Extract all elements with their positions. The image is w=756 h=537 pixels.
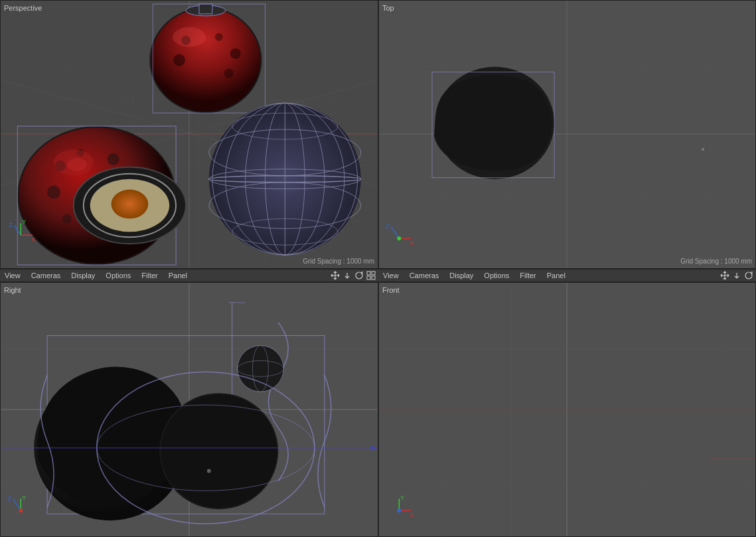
svg-text:Z: Z — [7, 495, 11, 502]
svg-rect-38 — [199, 4, 212, 14]
viewport-front[interactable]: Front — [378, 282, 756, 537]
svg-text:Z: Z — [386, 223, 390, 230]
toolbar-right-cameras[interactable]: Cameras — [408, 270, 441, 281]
toolbar-right-filter[interactable]: Filter — [518, 270, 538, 281]
svg-point-44 — [112, 190, 149, 219]
arrow-down-icon[interactable] — [342, 271, 352, 280]
svg-point-33 — [215, 33, 223, 41]
svg-point-36 — [224, 68, 234, 78]
svg-text:Y: Y — [22, 495, 26, 501]
toolbar-right: View Cameras Display Options Filter Pane… — [378, 269, 756, 282]
viewport-perspective[interactable]: Perspective — [0, 0, 378, 269]
rotate-icon-right[interactable] — [744, 271, 753, 280]
svg-point-31 — [151, 9, 260, 112]
svg-text:X: X — [31, 236, 35, 243]
svg-text:X: X — [410, 512, 414, 518]
toolbar-left-filter[interactable]: Filter — [139, 270, 159, 281]
toolbar-left-cameras[interactable]: Cameras — [29, 270, 63, 281]
svg-text:X: X — [410, 240, 414, 246]
perspective-grid-spacing: Grid Spacing : 1000 mm — [303, 258, 374, 265]
toolbar-left: View Cameras Display Options Filter Pane… — [0, 269, 378, 282]
svg-text:Y: Y — [22, 218, 26, 225]
svg-point-26 — [62, 214, 72, 223]
viewport-right[interactable]: Right — [0, 282, 378, 537]
svg-point-23 — [47, 186, 60, 199]
viewport-top[interactable]: Top — [378, 0, 756, 269]
front-scene: Y X — [379, 283, 755, 536]
arrow-down-icon-right[interactable] — [732, 271, 741, 280]
svg-rect-99 — [372, 271, 375, 275]
svg-point-95 — [397, 236, 401, 240]
top-grid-spacing: Grid Spacing : 1000 mm — [680, 258, 752, 265]
toolbar-right-panel[interactable]: Panel — [545, 270, 567, 281]
grid-icon[interactable] — [366, 271, 376, 280]
top-scene: Z X — [379, 1, 755, 268]
svg-rect-101 — [372, 276, 375, 279]
perspective-scene: Z Y X — [1, 1, 378, 268]
toolbar-right-options[interactable]: Options — [482, 270, 511, 281]
svg-point-40 — [173, 27, 206, 47]
svg-point-96 — [702, 148, 704, 151]
svg-point-126 — [207, 469, 211, 473]
svg-text:Z: Z — [9, 222, 13, 228]
svg-point-97 — [356, 272, 362, 279]
toolbar-right-display[interactable]: Display — [447, 270, 475, 281]
svg-point-117 — [161, 394, 277, 508]
svg-point-21 — [108, 153, 119, 165]
svg-rect-100 — [367, 276, 370, 279]
svg-point-35 — [173, 54, 185, 66]
move-icon-right[interactable] — [720, 271, 729, 280]
svg-point-28 — [67, 158, 87, 171]
toolbar-right-view[interactable]: View — [381, 270, 401, 281]
svg-text:Y: Y — [400, 495, 404, 501]
svg-point-34 — [230, 48, 241, 59]
right-scene: Y Z — [1, 283, 378, 536]
toolbar-left-display[interactable]: Display — [69, 270, 97, 281]
svg-point-131 — [19, 508, 23, 512]
svg-point-160 — [397, 508, 401, 512]
toolbar-left-panel[interactable]: Panel — [167, 270, 189, 281]
toolbar-left-view[interactable]: View — [3, 270, 23, 281]
rotate-icon[interactable] — [354, 271, 364, 280]
svg-point-102 — [745, 272, 752, 279]
toolbar-left-options[interactable]: Options — [104, 270, 133, 281]
svg-rect-98 — [367, 271, 370, 275]
move-icon[interactable] — [331, 271, 340, 280]
